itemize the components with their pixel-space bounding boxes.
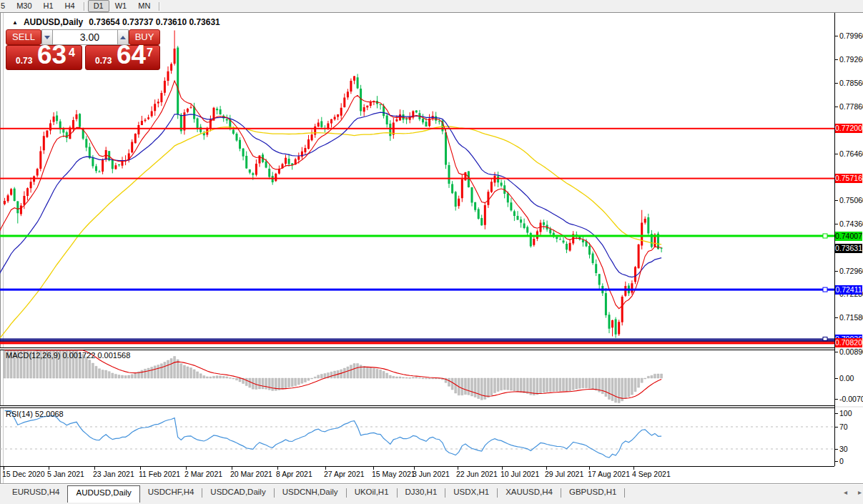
tab-ukoil-h1[interactable]: UKOil,H1 xyxy=(347,485,397,500)
tab-separator xyxy=(624,488,625,498)
sell-price-big-digits: 63 xyxy=(37,41,66,69)
buy-price-prefix: 0.73 xyxy=(95,56,112,66)
date-label: 8 Apr 2021 xyxy=(276,470,312,478)
timeframe-button-5[interactable]: 5 xyxy=(0,0,11,12)
macd-values: 0.001722 0.001568 xyxy=(62,351,130,360)
date-label: 11 Feb 2021 xyxy=(139,470,180,478)
tab-dj30-h1[interactable]: DJ30,H1 xyxy=(398,485,445,500)
date-label: 20 Mar 2021 xyxy=(230,470,272,478)
tab-usdx-h1[interactable]: USDX,H1 xyxy=(445,485,497,500)
date-label: 15 May 2021 xyxy=(372,470,415,478)
buy-price-big-digits: 64 xyxy=(117,41,146,69)
timeframe-button-m30[interactable]: M30 xyxy=(11,0,37,12)
macd-label: MACD(12,26,9) 0.001722 0.001568 xyxy=(6,351,130,360)
date-label: 2 Mar 2021 xyxy=(184,470,222,478)
chart-symbol-label: AUDUSD,Daily xyxy=(24,17,83,27)
tab-eurusd-h4[interactable]: EURUSD,H4 xyxy=(4,485,67,500)
timeframe-button-d1[interactable]: D1 xyxy=(88,0,109,12)
date-label: 23 Jan 2021 xyxy=(93,470,134,478)
timeframe-toolbar: 5M30H1H4D1W1MN xyxy=(0,0,863,12)
rsi-label: RSI(14) 52.0068 xyxy=(6,410,64,418)
chart-ohlc-values: 0.73654 0.73737 0.73610 0.73631 xyxy=(89,17,220,27)
toolbar-separator xyxy=(84,2,85,11)
timeframe-button-h4[interactable]: H4 xyxy=(59,0,81,12)
date-label: 15 Dec 2020 xyxy=(2,470,45,478)
timeframe-button-w1[interactable]: W1 xyxy=(109,0,133,12)
date-label: 22 Jun 2021 xyxy=(456,470,498,478)
rsi-indicator-pane[interactable] xyxy=(0,408,834,466)
tab-gbpusd-h1[interactable]: GBPUSD,H1 xyxy=(561,485,624,500)
mt4-window: 5M30H1H4D1W1MN ▲ AUDUSD,Daily 0.73654 0.… xyxy=(0,0,863,504)
arrow-down-icon xyxy=(44,36,50,39)
rsi-value: 52.0068 xyxy=(35,410,64,418)
tab-usdcad-daily[interactable]: USDCAD,Daily xyxy=(202,485,273,500)
toolbar-separator xyxy=(159,2,160,11)
sell-price-pip-digit: 4 xyxy=(69,46,75,59)
date-label: 17 Aug 2021 xyxy=(588,470,630,478)
timeframe-button-mn[interactable]: MN xyxy=(132,0,156,12)
date-label: 5 Jan 2021 xyxy=(47,470,84,478)
tab-usdcnh-daily[interactable]: USDCNH,Daily xyxy=(275,485,346,500)
date-label: 3 Jun 2021 xyxy=(413,470,450,478)
chart-tab-bar: EURUSD,H4AUDUSD,DailyUSDCHF,H4USDCAD,Dai… xyxy=(0,485,863,502)
tab-audusd-daily[interactable]: AUDUSD,Daily xyxy=(67,485,139,503)
arrow-up-icon xyxy=(120,36,126,39)
timeframe-button-h1[interactable]: H1 xyxy=(38,0,59,12)
rsi-pane-bottom-border xyxy=(0,466,834,467)
sell-button[interactable]: SELL xyxy=(6,29,41,45)
buy-price-pip-digit: 7 xyxy=(147,46,153,59)
date-label: 4 Sep 2021 xyxy=(632,470,671,478)
date-label: 10 Jul 2021 xyxy=(500,470,539,478)
tab-scroll-right-button[interactable]: ▸ xyxy=(858,488,862,496)
buy-price-button[interactable]: 0.73 64 7 xyxy=(85,45,160,70)
tab-scroll-left-button[interactable]: ◂ xyxy=(844,488,847,496)
one-click-trading-panel: SELL BUY 0.73 63 4 0.73 64 7 xyxy=(6,29,160,70)
chart-title-row: ▲ AUDUSD,Daily 0.73654 0.73737 0.73610 0… xyxy=(12,17,220,27)
tab-usdchf-h4[interactable]: USDCHF,H4 xyxy=(140,485,202,500)
tab-xauusd-h4[interactable]: XAUUSD,H4 xyxy=(498,485,561,500)
sell-price-button[interactable]: 0.73 63 4 xyxy=(6,45,82,70)
date-label: 29 Jul 2021 xyxy=(545,470,583,478)
sell-price-prefix: 0.73 xyxy=(16,56,32,66)
date-label: 27 Apr 2021 xyxy=(324,470,365,478)
collapse-triangle-icon[interactable]: ▲ xyxy=(12,19,18,26)
